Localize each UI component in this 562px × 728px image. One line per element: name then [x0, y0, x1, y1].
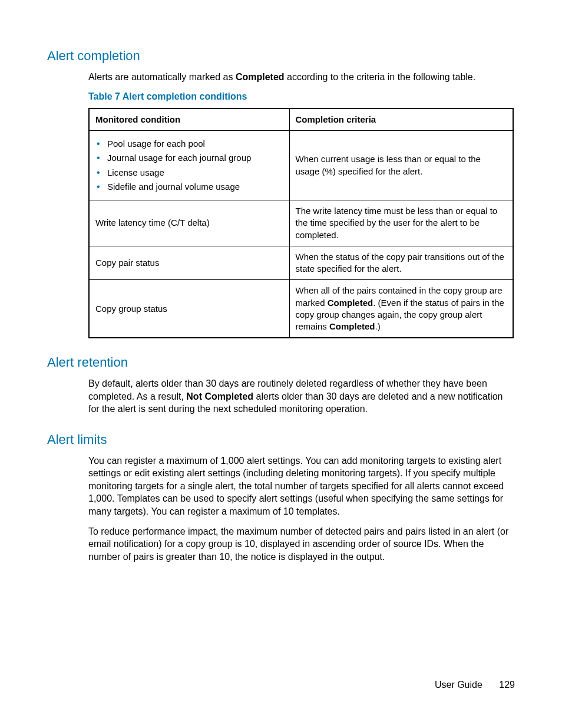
list-item: License usage [95, 167, 283, 179]
limits-p1: You can register a maximum of 1,000 aler… [88, 454, 515, 518]
alert-completion-table: Monitored condition Completion criteria … [88, 108, 514, 339]
cell-condition: Copy pair status [89, 246, 289, 280]
cell-condition: Write latency time (C/T delta) [89, 200, 289, 246]
table-row: Copy group status When all of the pairs … [89, 280, 513, 338]
heading-alert-completion: Alert completion [47, 47, 515, 65]
th-criteria: Completion criteria [289, 108, 513, 131]
retention-bold: Not Completed [186, 391, 253, 401]
intro-paragraph: Alerts are automatically marked as Compl… [88, 71, 515, 84]
heading-alert-limits: Alert limits [47, 431, 515, 449]
table-row: Write latency time (C/T delta) The write… [89, 200, 513, 246]
cell-criteria: When all of the pairs contained in the c… [289, 280, 513, 338]
criteria-bold2: Completed [329, 321, 375, 331]
criteria-post: .) [375, 321, 381, 331]
list-item: Journal usage for each journal group [95, 152, 283, 164]
limits-p2: To reduce performance impact, the maximu… [88, 525, 515, 564]
list-item: Pool usage for each pool [95, 138, 283, 150]
th-condition: Monitored condition [89, 108, 289, 131]
cell-criteria: The write latency time must be less than… [289, 200, 513, 246]
table-header-row: Monitored condition Completion criteria [89, 108, 513, 131]
heading-alert-retention: Alert retention [47, 354, 515, 371]
page-footer: User Guide 129 [435, 678, 515, 691]
cell-condition: Copy group status [89, 280, 289, 338]
section-body-alert-completion: Alerts are automatically marked as Compl… [88, 71, 515, 339]
section-body-alert-limits: You can register a maximum of 1,000 aler… [88, 454, 515, 564]
condition-list: Pool usage for each pool Journal usage f… [95, 138, 283, 193]
table-row: Pool usage for each pool Journal usage f… [89, 131, 513, 200]
page: Alert completion Alerts are automaticall… [0, 0, 562, 728]
cell-criteria: When current usage is less than or equal… [289, 131, 513, 200]
list-item: Sidefile and journal volume usage [95, 181, 283, 193]
footer-label: User Guide [435, 680, 482, 690]
table-row: Copy pair status When the status of the … [89, 246, 513, 280]
intro-bold: Completed [236, 72, 285, 82]
intro-post: according to the criteria in the followi… [285, 72, 476, 82]
cell-criteria: When the status of the copy pair transit… [289, 246, 513, 280]
cell-condition: Pool usage for each pool Journal usage f… [89, 131, 289, 200]
retention-paragraph: By default, alerts older than 30 days ar… [88, 377, 515, 416]
intro-pre: Alerts are automatically marked as [88, 72, 236, 82]
page-number: 129 [499, 678, 515, 691]
criteria-bold1: Completed [328, 298, 373, 308]
limits-p2-post: is displayed in the output. [279, 552, 385, 562]
table-caption: Table 7 Alert completion conditions [88, 90, 515, 103]
section-body-alert-retention: By default, alerts older than 30 days ar… [88, 377, 515, 416]
